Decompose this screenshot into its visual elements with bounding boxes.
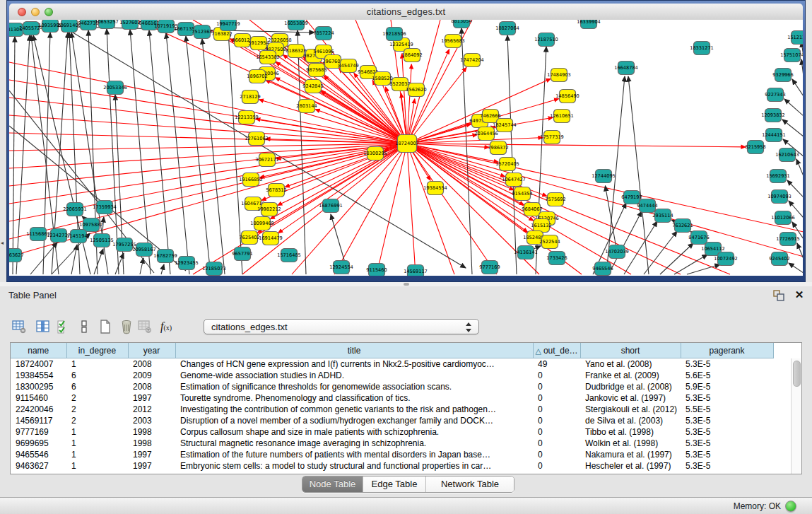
table-options-icon[interactable] xyxy=(10,317,28,337)
float-window-icon[interactable] xyxy=(772,289,785,302)
graph-edge xyxy=(674,255,707,274)
column-header-out_de[interactable]: △out_de… xyxy=(533,343,580,358)
divider-handle[interactable] xyxy=(404,283,409,286)
graph-node-label: 9684067 xyxy=(522,206,542,212)
graph-node-label: 1588520 xyxy=(372,76,392,81)
graph-edge xyxy=(687,264,720,274)
graph-edge xyxy=(16,35,30,274)
graph-edge xyxy=(628,76,649,274)
graph-node-label: 18245744 xyxy=(493,122,517,128)
table-cell: Estimation of significance thresholds fo… xyxy=(175,381,533,392)
graph-node-label: 8471676 xyxy=(688,235,709,240)
graph-node-label: 30672171 xyxy=(255,157,279,163)
graph-edge xyxy=(784,99,803,116)
graph-node-label: 14702039 xyxy=(605,249,629,255)
table-row[interactable]: 1830029562008Estimation of significance … xyxy=(11,381,773,392)
table-cell: 1997 xyxy=(128,392,175,404)
graph-edge xyxy=(792,79,803,96)
table-cell: 5.6E-5 xyxy=(681,370,773,381)
graph-node-label: 12610651 xyxy=(550,113,574,119)
column-header-title[interactable]: title xyxy=(175,343,533,358)
table-row[interactable]: 1456911722003Disruption of a novel membe… xyxy=(11,415,773,426)
graph-node-label: 10653257 xyxy=(95,20,119,25)
sort-ascending-icon: △ xyxy=(535,346,541,355)
graph-edge xyxy=(507,35,517,274)
table-cell: 0 xyxy=(533,381,580,392)
table-cell: 0 xyxy=(533,426,580,438)
table-cell: Changes of HCN gene expression and I(f) … xyxy=(175,358,533,370)
table-row[interactable]: 1938455462009Genome-wide association stu… xyxy=(11,370,773,381)
graph-node-label: 9154354 xyxy=(512,191,532,197)
graph-node-label: 19384554 xyxy=(423,185,447,191)
network-canvas[interactable]: 1872400771638228660128591295423226058982… xyxy=(9,20,803,276)
graph-edge xyxy=(644,231,677,274)
table-cell: 0 xyxy=(533,392,580,404)
function-builder-icon[interactable]: f(x) xyxy=(157,317,175,337)
graph-node-label: 9465546 xyxy=(592,266,613,271)
table-cell: 2 xyxy=(66,392,128,404)
graph-node-label: 12213359 xyxy=(235,115,259,120)
memory-ok-indicator[interactable] xyxy=(785,501,796,512)
graph-edge xyxy=(298,30,306,274)
table-row[interactable]: 977716911998Corpus callosum shape and si… xyxy=(11,426,773,438)
graph-edge xyxy=(186,36,211,274)
table-cell: 2009 xyxy=(128,370,175,381)
graph-edge xyxy=(115,253,124,274)
table-scrollbar[interactable] xyxy=(791,358,801,474)
table-selector[interactable]: citations_edges.txt xyxy=(204,319,479,334)
collapse-arrow-icon[interactable]: ◂ xyxy=(1,240,4,246)
graph-node-label: 8522037 xyxy=(389,81,410,87)
graph-node-label: 16914479 xyxy=(259,235,283,241)
column-header-in_degree[interactable]: in_degree xyxy=(66,343,128,358)
column-header-name[interactable]: name xyxy=(11,343,66,358)
graph-node-label: 14856490 xyxy=(555,93,579,99)
table-cell: 5.3E-5 xyxy=(681,438,773,449)
scrollbar-thumb[interactable] xyxy=(793,361,801,387)
graph-edge xyxy=(140,258,143,274)
graph-node-label: 18331271 xyxy=(690,45,714,51)
new-table-icon[interactable] xyxy=(96,317,114,337)
delete-columns-icon[interactable] xyxy=(117,317,136,337)
citation-network-graph[interactable]: 1872400771638228660128591295423226058982… xyxy=(9,20,803,276)
graph-node-label: 1864092 xyxy=(401,52,422,58)
tab-edge-table[interactable]: Edge Table xyxy=(363,477,425,492)
graph-node-label: 7512368 xyxy=(192,29,212,35)
table-row[interactable]: 946554611997Estimation of the future num… xyxy=(11,449,773,460)
graph-node-label: 10647427 xyxy=(502,177,526,182)
table-cell: 2008 xyxy=(128,381,175,392)
row-height-icon[interactable] xyxy=(75,317,93,337)
table-cell: 9463627 xyxy=(11,460,66,472)
tab-node-table[interactable]: Node Table xyxy=(302,477,363,492)
table-row[interactable]: 946362711997Embryonic stem cells: a mode… xyxy=(11,460,773,472)
table-cell: 5.3E-5 xyxy=(681,358,773,370)
import-table-icon[interactable] xyxy=(136,317,154,337)
table-cell: Franke et al. (2009) xyxy=(580,370,681,381)
graph-node-label: 18300295 xyxy=(363,151,387,156)
column-header-year[interactable]: year xyxy=(128,343,175,358)
table-cell: 0 xyxy=(533,438,580,449)
close-panel-icon[interactable]: ✕ xyxy=(794,288,805,301)
graph-edge xyxy=(166,33,189,274)
column-header-pagerank[interactable]: pagerank xyxy=(681,343,773,358)
graph-node-label: 2718129 xyxy=(240,94,260,100)
show-columns-icon[interactable] xyxy=(34,317,52,337)
table-panel: Table Panel ✕ citations_edges.txt f(x) xyxy=(0,286,812,497)
table-cell: Structural magnetic resonance image aver… xyxy=(175,438,533,449)
graph-node-label: 18827064 xyxy=(495,25,519,31)
graph-node-label: 7575692 xyxy=(545,197,565,202)
network-window-titlebar[interactable]: citations_edges.txt xyxy=(9,4,803,21)
table-toolbar: citations_edges.txt f(x) xyxy=(0,313,812,341)
table-cell: 2012 xyxy=(128,404,175,415)
node-table: namein_degreeyeartitle△out_de…shortpager… xyxy=(10,342,802,474)
graph-node-label: 10072492 xyxy=(714,256,738,262)
table-row[interactable]: 911546021997Tourette syndrome. Phenomeno… xyxy=(11,392,773,404)
table-row[interactable]: 2242004622012Investigating the contribut… xyxy=(11,404,773,415)
table-row[interactable]: 969969511998Structural magnetic resonanc… xyxy=(11,438,773,449)
graph-node-label: 15720405 xyxy=(495,161,519,167)
tab-network-table[interactable]: Network Table xyxy=(425,477,514,492)
select-columns-icon[interactable] xyxy=(55,317,73,337)
graph-node-label: 7857224 xyxy=(313,30,334,36)
graph-node-label: 16782759 xyxy=(153,253,177,259)
column-header-short[interactable]: short xyxy=(580,343,681,358)
table-row[interactable]: 1872400712008Changes of HCN gene express… xyxy=(11,358,773,370)
